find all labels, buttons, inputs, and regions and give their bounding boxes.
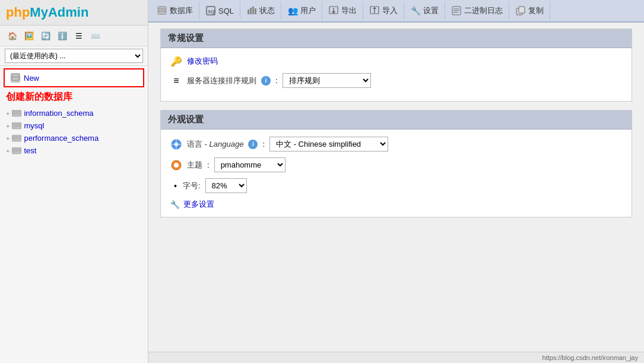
list-item[interactable]: + information_schema <box>0 107 148 119</box>
nav-users[interactable]: 👥 用户 <box>281 2 322 20</box>
info-icon[interactable]: ℹ️ <box>56 29 69 42</box>
collation-icon: ≡ <box>170 75 182 87</box>
theme-colon: : <box>207 160 210 169</box>
db-icon <box>12 109 21 118</box>
status-nav-icon <box>246 5 257 16</box>
appearance-settings-content: 语言 - Language i : 中文 - Chinese simplifie… <box>161 130 632 217</box>
nav-binary-log[interactable]: 二进制日志 <box>445 2 509 20</box>
nav-settings-label: 设置 <box>423 5 439 16</box>
users-nav-icon: 👥 <box>287 5 298 16</box>
collation-row: ≡ 服务器连接排序规则 i : 排序规则 utf8_general_ci utf… <box>170 73 622 88</box>
new-label: New <box>24 74 39 83</box>
nav-status[interactable]: 状态 <box>240 2 281 20</box>
language-info-icon[interactable]: i <box>248 140 258 149</box>
nav-export[interactable]: 导出 <box>322 2 363 20</box>
new-db-icon <box>11 73 20 83</box>
content-body: 常规设置 🔑 修改密码 ≡ 服务器连接排序规则 i : 排序规则 <box>148 23 644 352</box>
collation-separator: : <box>275 76 278 85</box>
home-icon[interactable]: 🏠 <box>6 29 19 42</box>
nav-database-label: 数据库 <box>170 5 193 16</box>
settings-sidebar-icon[interactable]: ☰ <box>72 29 85 42</box>
nav-database[interactable]: 数据库 <box>151 2 199 20</box>
svg-rect-10 <box>12 138 21 141</box>
general-settings-title: 常规设置 <box>161 29 632 48</box>
db-icon <box>12 122 21 130</box>
import-nav-icon <box>369 5 380 16</box>
db-name: test <box>24 146 36 155</box>
db-icon <box>12 134 21 143</box>
nav-import[interactable]: 导入 <box>363 2 404 20</box>
nav-import-label: 导入 <box>382 5 398 16</box>
binary-log-nav-icon <box>451 5 462 16</box>
svg-point-38 <box>174 163 179 168</box>
nav-users-label: 用户 <box>300 5 316 16</box>
svg-text:SQL: SQL <box>208 9 215 14</box>
list-item[interactable]: + performance_schema <box>0 132 148 144</box>
svg-rect-20 <box>250 8 252 14</box>
footer-url: https://blog.csdn.net/ironman_jay <box>543 354 638 361</box>
list-item[interactable]: + test <box>0 144 148 157</box>
language-select[interactable]: 中文 - Chinese simplified English French G… <box>269 137 388 151</box>
fontsize-row: • 字号: 82% 90% 100% 110% 120% <box>174 178 622 193</box>
database-nav-icon <box>157 5 167 16</box>
language-icon <box>170 138 182 150</box>
svg-rect-16 <box>158 11 166 14</box>
theme-row: 主题 : pmahomme original <box>170 157 622 172</box>
change-password-label[interactable]: 修改密码 <box>187 56 218 67</box>
settings-nav-icon: 🔧 <box>410 5 421 16</box>
svg-rect-19 <box>248 10 249 14</box>
svg-rect-7 <box>12 126 21 129</box>
theme-label: 主题 <box>187 160 202 171</box>
fontsize-select[interactable]: 82% 90% 100% 110% 120% <box>205 178 247 193</box>
svg-rect-32 <box>519 7 525 13</box>
more-settings-link[interactable]: 🔧 更多设置 <box>170 199 622 210</box>
copy-nav-icon <box>515 5 526 16</box>
expand-icon: + <box>6 147 9 154</box>
content-area: 数据库 SQL SQL 状态 👥 用户 <box>148 0 644 363</box>
nav-sql-label: SQL <box>218 7 234 15</box>
db-icon <box>12 147 21 155</box>
theme-select[interactable]: pmahomme original <box>214 157 285 172</box>
svg-rect-22 <box>255 8 256 14</box>
nav-status-label: 状态 <box>259 5 275 16</box>
database-list: + information_schema + mysql + performan… <box>0 107 148 157</box>
fontsize-bullet: • <box>174 181 177 191</box>
list-item[interactable]: + mysql <box>0 119 148 132</box>
table-dropdown-container: (最近使用的表) ... <box>0 46 148 66</box>
appearance-settings-title: 外观设置 <box>161 111 632 130</box>
nav-export-label: 导出 <box>341 5 357 16</box>
nav-copy-label: 复制 <box>528 5 544 16</box>
nav-copy[interactable]: 复制 <box>509 2 550 20</box>
change-password-row: 🔑 修改密码 <box>170 55 622 67</box>
more-settings-label: 更多设置 <box>183 199 214 210</box>
console-icon[interactable]: ⌨️ <box>89 29 102 42</box>
nav-sql[interactable]: SQL SQL <box>199 2 240 20</box>
nav-binary-label: 二进制日志 <box>464 5 503 16</box>
svg-rect-1 <box>12 74 19 77</box>
general-settings-content: 🔑 修改密码 ≡ 服务器连接排序规则 i : 排序规则 utf8_general… <box>161 48 632 101</box>
db-name: mysql <box>24 121 44 130</box>
collation-select[interactable]: 排序规则 utf8_general_ci utf8mb4_general_ci … <box>283 73 371 88</box>
language-row: 语言 - Language i : 中文 - Chinese simplifie… <box>170 137 622 151</box>
new-database-button[interactable]: New <box>4 68 144 87</box>
theme-icon <box>170 159 182 171</box>
refresh-icon[interactable]: 🔄 <box>39 29 52 42</box>
create-db-hint: 创建新的数据库 <box>0 90 148 107</box>
svg-rect-4 <box>12 113 21 116</box>
fontsize-label: 字号: <box>183 181 201 191</box>
change-password-icon: 🔑 <box>170 55 182 67</box>
app-logo: phpMyAdmin <box>6 5 142 20</box>
nav-settings[interactable]: 🔧 设置 <box>404 2 445 20</box>
recent-tables-select[interactable]: (最近使用的表) ... <box>5 49 143 63</box>
sidebar: phpMyAdmin 🏠 🖼️ 🔄 ℹ️ ☰ ⌨️ (最近使用的表) ... <box>0 0 148 363</box>
language-separator: : <box>262 140 265 149</box>
general-settings-section: 常规设置 🔑 修改密码 ≡ 服务器连接排序规则 i : 排序规则 <box>160 29 632 102</box>
appearance-settings-section: 外观设置 语言 - Language i : <box>160 110 632 217</box>
svg-rect-21 <box>252 7 254 14</box>
footer-bar: https://blog.csdn.net/ironman_jay <box>148 352 644 363</box>
export-nav-icon <box>328 5 339 16</box>
recent-icon[interactable]: 🖼️ <box>23 29 36 42</box>
nav-bar: 数据库 SQL SQL 状态 👥 用户 <box>148 0 644 23</box>
language-label: 语言 - Language <box>187 139 243 150</box>
collation-info-icon[interactable]: i <box>261 76 271 86</box>
